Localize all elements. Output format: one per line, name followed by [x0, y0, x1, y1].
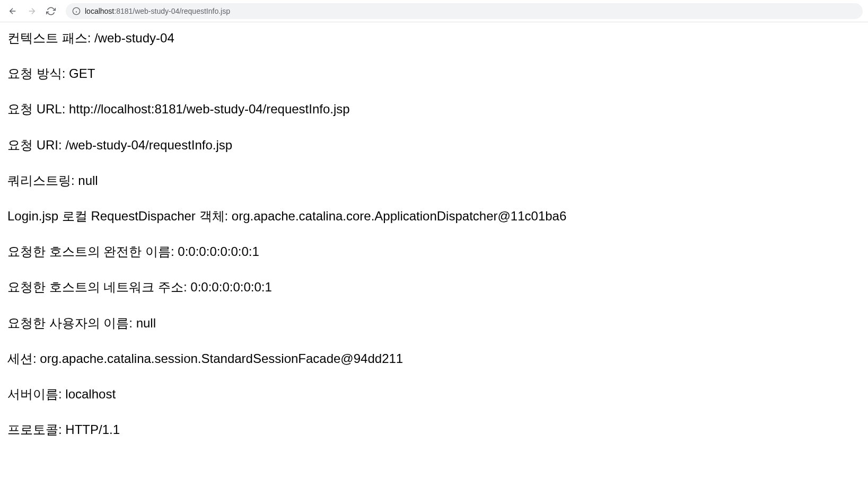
address-bar[interactable]: localhost:8181/web-study-04/requestInfo.…	[66, 3, 863, 19]
url-host: localhost	[85, 7, 114, 15]
url-path: :8181/web-study-04/requestInfo.jsp	[114, 7, 230, 15]
reload-button[interactable]	[43, 4, 58, 19]
info-line: 세션: org.apache.catalina.session.Standard…	[7, 350, 861, 367]
arrow-right-icon	[27, 6, 37, 16]
info-line: 서버이름: localhost	[7, 386, 861, 402]
info-line: 쿼리스트링: null	[7, 172, 861, 189]
back-button[interactable]	[5, 4, 20, 19]
page-content: 컨텍스트 패스: /web-study-04 요청 방식: GET 요청 URL…	[0, 22, 868, 464]
info-line: 컨텍스트 패스: /web-study-04	[7, 30, 861, 46]
address-text: localhost:8181/web-study-04/requestInfo.…	[85, 7, 230, 15]
browser-toolbar: localhost:8181/web-study-04/requestInfo.…	[0, 0, 868, 22]
info-line: 프로토콜: HTTP/1.1	[7, 421, 861, 438]
info-line: 요청 URI: /web-study-04/requestInfo.jsp	[7, 137, 861, 153]
info-icon	[72, 7, 81, 15]
info-line: Login.jsp 로컬 RequestDispacher 객체: org.ap…	[7, 208, 861, 224]
info-line: 요청 방식: GET	[7, 65, 861, 82]
arrow-left-icon	[8, 6, 17, 16]
info-line: 요청 URL: http://localhost:8181/web-study-…	[7, 101, 861, 117]
forward-button[interactable]	[24, 4, 39, 19]
reload-icon	[46, 6, 56, 16]
info-line: 요청한 호스트의 완전한 이름: 0:0:0:0:0:0:0:1	[7, 243, 861, 260]
info-line: 요청한 사용자의 이름: null	[7, 315, 861, 331]
info-line: 요청한 호스트의 네트워크 주소: 0:0:0:0:0:0:0:1	[7, 279, 861, 295]
